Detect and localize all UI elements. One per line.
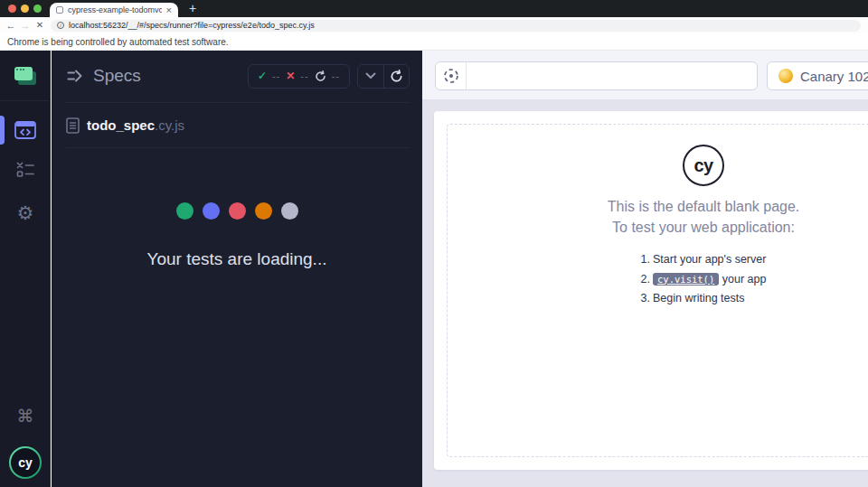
- browser-tab[interactable]: cypress-example-todomvc ×: [50, 3, 178, 17]
- blank-page-heading: This is the default blank page. To test …: [448, 196, 868, 238]
- screen: cypress-example-todomvc × + ← → ✕ i loca…: [0, 0, 868, 487]
- passed-check-icon: ✓: [258, 70, 267, 82]
- browser-selector-dropdown[interactable]: Canary 102: [767, 61, 868, 90]
- aut-panel: Canary 102 cy This is the default blank …: [422, 51, 868, 487]
- back-icon[interactable]: ←: [4, 21, 18, 31]
- failed-count: --: [300, 70, 308, 81]
- site-info-icon[interactable]: i: [57, 22, 64, 29]
- tab-favicon-icon: [56, 6, 63, 14]
- step-1: 1.Start your app's server: [641, 252, 767, 267]
- window-close-button[interactable]: [8, 5, 16, 13]
- address-bar[interactable]: i localhost:56232/__/#/specs/runner?file…: [51, 20, 861, 32]
- runs-checklist-icon: [15, 162, 35, 178]
- automation-banner-text: Chrome is being controlled by automated …: [7, 37, 229, 47]
- sidebar: ⚙ ⌘ cy: [0, 51, 51, 487]
- sidebar-item-runs[interactable]: [0, 152, 51, 188]
- selector-playground-button[interactable]: [436, 62, 467, 89]
- failed-cross-icon: ✕: [286, 70, 295, 82]
- aut-url-group: [435, 61, 758, 90]
- cypress-logo[interactable]: cy: [9, 446, 42, 479]
- tab-close-icon[interactable]: ×: [166, 5, 172, 15]
- aut-url-input[interactable]: [467, 62, 757, 89]
- spec-list-actions: [357, 64, 410, 89]
- active-indicator: [0, 116, 5, 145]
- step-2: 2.cy.visit() your app: [641, 272, 767, 287]
- divider: [66, 147, 410, 148]
- specs-header: Specs ✓ -- ✕ -- --: [66, 63, 410, 89]
- spec-file-name: todo_spec.cy.js: [87, 117, 184, 133]
- automation-banner: Chrome is being controlled by automated …: [0, 33, 868, 51]
- sidebar-item-settings[interactable]: ⚙: [0, 195, 51, 231]
- forward-icon[interactable]: →: [18, 21, 33, 31]
- stop-loading-icon[interactable]: ✕: [33, 21, 47, 30]
- spec-row-todo-spec[interactable]: todo_spec.cy.js: [52, 103, 422, 147]
- loading-text: Your tests are loading...: [52, 249, 422, 269]
- keyboard-shortcuts-icon[interactable]: ⌘: [17, 406, 34, 426]
- specs-panel: Specs ✓ -- ✕ -- --: [52, 51, 422, 487]
- aut-viewport-card: cy This is the default blank page. To te…: [434, 111, 868, 470]
- passed-count: --: [272, 70, 280, 81]
- spec-stats: ✓ -- ✕ -- --: [248, 64, 350, 89]
- browser-toolbar: ← → ✕ i localhost:56232/__/#/specs/runne…: [0, 17, 868, 33]
- blank-page-steps: 1.Start your app's server 2.cy.visit() y…: [641, 252, 767, 311]
- blank-page-heading-line1: This is the default blank page.: [448, 196, 868, 217]
- window-minimize-button[interactable]: [21, 5, 29, 13]
- new-tab-button[interactable]: +: [185, 1, 200, 15]
- specs-title: Specs: [93, 66, 248, 86]
- e2e-testing-icon: [14, 66, 37, 86]
- browser-tabstrip: cypress-example-todomvc × +: [0, 0, 868, 17]
- cypress-app: ⚙ ⌘ cy Specs ✓ --: [0, 51, 868, 487]
- running-count: --: [332, 70, 340, 81]
- step-3: 3.Begin writing tests: [641, 291, 767, 306]
- sidebar-item-testing-type[interactable]: [0, 51, 51, 101]
- sidebar-item-specs[interactable]: [0, 112, 51, 148]
- blank-page-heading-line2: To test your web application:: [448, 217, 868, 238]
- gear-icon: ⚙: [17, 202, 34, 224]
- browser-selector-label: Canary 102: [800, 69, 868, 84]
- cy-visit-link[interactable]: cy.visit(): [653, 273, 719, 286]
- spec-file-icon: [66, 117, 80, 134]
- loading-dots: [52, 202, 422, 220]
- sidebar-bottom: ⌘ cy: [0, 406, 51, 487]
- address-url: localhost:56232/__/#/specs/runner?file=c…: [69, 21, 315, 30]
- blank-page: cy This is the default blank page. To te…: [447, 124, 868, 457]
- refresh-specs-button[interactable]: [383, 65, 409, 88]
- aut-header: Canary 102: [422, 51, 868, 100]
- collapse-sidebar-icon[interactable]: [66, 67, 84, 85]
- cypress-blank-page-logo: cy: [683, 145, 724, 186]
- collapse-all-button[interactable]: [358, 65, 383, 88]
- window-zoom-button[interactable]: [33, 5, 42, 13]
- specs-browser-code-icon: [14, 121, 36, 139]
- tab-title: cypress-example-todomvc: [68, 5, 162, 14]
- running-spinner-icon: [315, 70, 326, 82]
- chrome-canary-icon: [778, 69, 793, 83]
